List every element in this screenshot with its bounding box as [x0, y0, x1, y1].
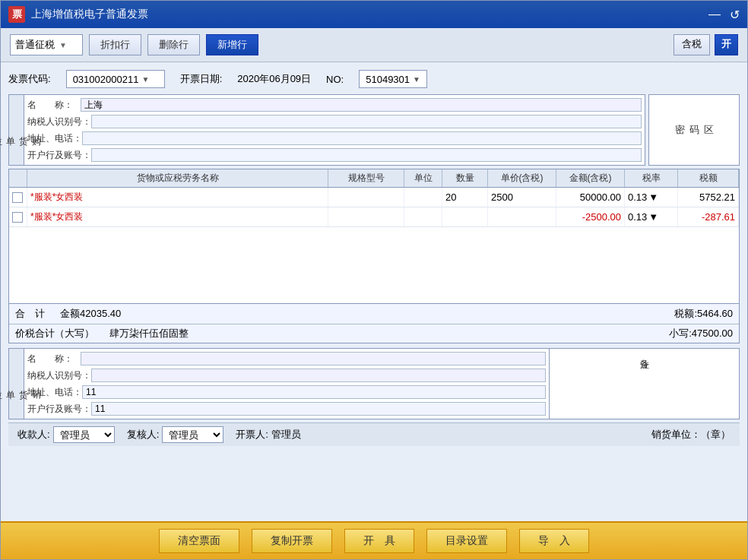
seller-bank-row: 开户行及账号：: [27, 400, 546, 417]
row1-qty: 20: [445, 191, 456, 203]
seller-address-input[interactable]: [82, 385, 546, 399]
col-spec: 规格型号: [328, 169, 404, 187]
buyer-name-row: 名 称：: [27, 96, 642, 113]
row1-checkbox-cell: [9, 188, 27, 207]
invoice-no-box[interactable]: 51049301 ▼: [359, 70, 427, 88]
toolbar-right: 含税 开: [674, 34, 738, 55]
row2-unitprice-cell: [488, 207, 556, 226]
totals-small: 小写:47500.00: [669, 327, 733, 340]
totals-capital-row: 价税合计（大写） 肆万柒仟伍佰固整 小写:47500.00: [9, 324, 739, 343]
main-window: 票 上海增值税电子普通发票 — ↺ 普通征税 ▼ 折扣行 删除行 新增行 含税 …: [0, 0, 748, 560]
seller-bank-label: 开户行及账号：: [27, 403, 91, 416]
row1-unitprice-cell: 2500: [488, 188, 556, 207]
invoice-no-value: 51049301: [366, 74, 410, 85]
buyer-fields: 名 称： 纳税人识别号： 地址、电话： 开户行及账号：: [24, 95, 645, 165]
col-unit: 单位: [404, 169, 442, 187]
seller-bank-input[interactable]: [91, 402, 546, 416]
row2-amount: -2500.00: [582, 211, 621, 223]
toolbar: 普通征税 ▼ 折扣行 删除行 新增行 含税 开: [1, 28, 747, 62]
row1-unit-cell: [404, 188, 442, 207]
buyer-taxid-input[interactable]: [91, 115, 642, 128]
import-button[interactable]: 导 入: [519, 529, 589, 553]
row2-checkbox-cell: [9, 207, 27, 226]
catalog-button[interactable]: 目录设置: [426, 529, 507, 553]
col-tax-rate: 税率: [625, 169, 678, 187]
secret-labels: 密 码 区: [675, 123, 714, 137]
row2-taxrate-select[interactable]: 0.13 ▼: [628, 211, 658, 223]
items-table: 货物或应税劳务名称 规格型号 单位 数量 单价(含税) 金额(含税) 税率 税额…: [8, 169, 740, 343]
new-row-button[interactable]: 新增行: [206, 34, 258, 55]
buyer-taxid-label: 纳税人识别号：: [27, 115, 91, 128]
invoice-code-arrow: ▼: [141, 75, 149, 84]
seller-taxid-input[interactable]: [91, 369, 546, 382]
buyer-name-input[interactable]: [81, 98, 642, 112]
action-bar: 清空票面 复制开票 开 具 目录设置 导 入: [1, 521, 747, 559]
invoice-date-label: 开票日期:: [180, 72, 223, 86]
row2-amount-cell: -2500.00: [556, 207, 625, 226]
empty-rows: [9, 227, 739, 303]
issuer-value: 管理员: [271, 429, 301, 440]
title-bar-left: 票 上海增值税电子普通发票: [8, 6, 148, 23]
row1-taxrate-select[interactable]: 0.13 ▼: [628, 191, 658, 203]
buyer-bank-input[interactable]: [91, 148, 642, 162]
footer-bar: 收款人: 管理员 复核人: 管理员 开票人: 管理员 销货单位：（章）: [8, 422, 740, 446]
row1-taxamount: 5752.21: [699, 191, 735, 203]
invoice-no-label: NO:: [326, 74, 344, 85]
window-title: 上海增值税电子普通发票: [31, 8, 148, 21]
tax-open-toggle[interactable]: 开: [715, 34, 738, 55]
col-checkbox: [9, 169, 27, 187]
row1-spec-cell: [328, 188, 404, 207]
row1-taxrate-arrow: ▼: [648, 191, 658, 203]
col-amount: 金额(含税): [556, 169, 625, 187]
title-bar: 票 上海增值税电子普通发票 — ↺: [1, 1, 747, 28]
totals-amount: 金额42035.40: [60, 307, 121, 321]
row2-spec-cell: [328, 207, 404, 226]
delete-row-button[interactable]: 删除行: [147, 34, 200, 55]
row1-checkbox[interactable]: [12, 192, 23, 203]
row2-taxamount-cell: -287.61: [678, 207, 739, 226]
minimize-button[interactable]: —: [708, 8, 721, 22]
issuer-wrap: 开票人: 管理员: [236, 428, 300, 441]
buyer-bank-label: 开户行及账号：: [27, 149, 91, 162]
seller-label: 销货单位: [9, 349, 24, 419]
row1-amount-cell: 50000.00: [556, 188, 625, 207]
totals-label: 合 计: [15, 307, 45, 321]
tax-include-button[interactable]: 含税: [674, 34, 710, 55]
col-unit-price: 单价(含税): [488, 169, 556, 187]
secret-label-3: 区: [704, 123, 714, 137]
seller-fields: 名 称： 纳税人识别号： 地址、电话： 开户行及账号：: [24, 349, 549, 419]
row1-qty-cell: 20: [442, 188, 488, 207]
row1-unitprice: 2500: [491, 191, 513, 203]
invoice-code-box[interactable]: 031002000211 ▼: [66, 70, 165, 88]
app-icon: 票: [8, 6, 25, 23]
invoice-code-label: 发票代码:: [8, 72, 51, 86]
reviewer-select[interactable]: 管理员: [162, 426, 223, 443]
collector-select[interactable]: 管理员: [53, 426, 115, 443]
seller-taxid-label: 纳税人识别号：: [27, 369, 91, 382]
copy-button[interactable]: 复制开票: [252, 529, 332, 553]
row2-taxrate-cell: 0.13 ▼: [625, 207, 678, 226]
row2-checkbox[interactable]: [12, 212, 23, 223]
window-controls: — ↺: [708, 8, 740, 22]
unit-wrap: 销货单位：（章）: [651, 428, 731, 441]
row2-name-cell: *服装*女西装: [27, 207, 328, 226]
discount-row-button[interactable]: 折扣行: [89, 34, 141, 55]
row2-name: *服装*女西装: [30, 210, 83, 223]
buyer-label: 购货单位: [9, 95, 24, 165]
clear-button[interactable]: 清空票面: [159, 529, 239, 553]
totals-capital-text: 肆万柒仟伍佰固整: [109, 327, 189, 340]
close-button[interactable]: ↺: [730, 8, 740, 22]
seller-name-input[interactable]: [81, 352, 546, 365]
reviewer-label: 复核人:: [127, 428, 160, 441]
row2-taxrate-arrow: ▼: [648, 211, 658, 223]
secret-label-1: 密: [675, 123, 685, 137]
buyer-address-input[interactable]: [82, 131, 642, 145]
buyer-name-label: 名 称：: [27, 99, 81, 112]
seller-taxid-row: 纳税人识别号：: [27, 367, 546, 384]
issue-button[interactable]: 开 具: [344, 529, 414, 553]
tax-type-select[interactable]: 普通征税 ▼: [10, 34, 83, 55]
remarks-box: 备注: [549, 349, 739, 419]
totals-tax: 税额:5464.60: [674, 307, 733, 321]
buyer-address-label: 地址、电话：: [27, 132, 82, 145]
col-qty: 数量: [442, 169, 488, 187]
